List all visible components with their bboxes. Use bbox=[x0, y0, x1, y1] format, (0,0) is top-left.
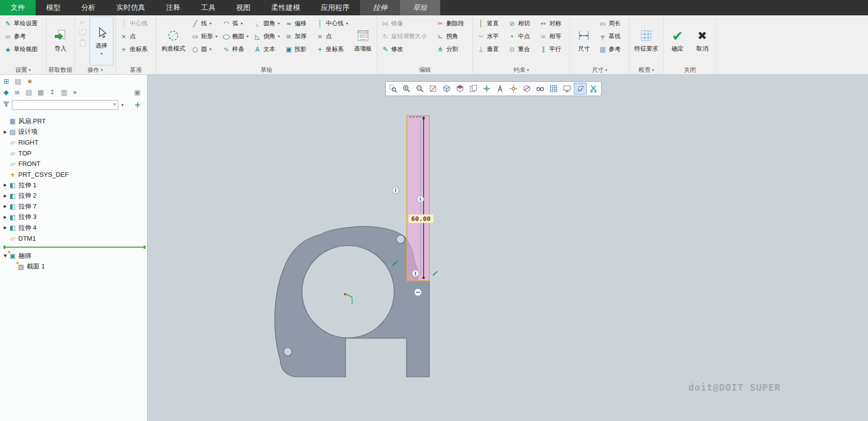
tree-row[interactable]: ▱ RIGHT bbox=[2, 137, 147, 148]
datum-display-button[interactable] bbox=[480, 83, 493, 95]
tree-expander-icon[interactable]: ▶ bbox=[2, 183, 8, 187]
ribbon-button[interactable]: • 中点 ▾ bbox=[506, 30, 536, 43]
feature-requirements-button[interactable]: 特征要求 bbox=[631, 16, 661, 65]
display-filters-button[interactable] bbox=[534, 83, 547, 95]
tree-filters-icon[interactable]: ◆ bbox=[3, 88, 9, 96]
ribbon-button[interactable]: ⋈ 镜像 ▾ bbox=[379, 17, 433, 30]
part-bore[interactable] bbox=[302, 246, 394, 338]
ribbon-button[interactable]: ◈ 草绘视图 ▾ bbox=[2, 43, 44, 55]
tree-row[interactable]: ▶ ◧ 拉伸 2 bbox=[2, 191, 147, 202]
group-label-settings[interactable]: 设置▾ bbox=[2, 65, 44, 74]
view-list-button[interactable] bbox=[467, 83, 480, 95]
ribbon-button[interactable]: ≡ 加厚 ▾ bbox=[283, 30, 313, 43]
constraint-vertical-2[interactable] bbox=[417, 196, 424, 203]
tree-row[interactable]: ▶ ◧ 拉伸 4 bbox=[2, 222, 147, 233]
tree-row[interactable]: ▶ ◧ 拉伸 3 bbox=[2, 212, 147, 223]
ribbon-button[interactable]: ✎ 草绘设置 ▾ bbox=[2, 17, 44, 30]
group-label-dimension[interactable]: 尺寸▾ bbox=[572, 65, 627, 74]
zoom-out-button[interactable] bbox=[413, 83, 426, 95]
ribbon-button[interactable]: ✎ 修改 ▾ bbox=[379, 43, 433, 55]
tree-row[interactable]: ▱ DTM1 bbox=[2, 233, 147, 244]
saved-orientations-button[interactable] bbox=[454, 83, 466, 95]
menu-tab[interactable]: 工具 bbox=[191, 0, 226, 15]
ribbon-button[interactable]: ≈ 偏移 ▾ bbox=[283, 17, 313, 30]
ribbon-button[interactable]: ◟ 圆角 ▾ bbox=[252, 17, 282, 30]
ribbon-button[interactable]: ↔ 对称 ▾ bbox=[537, 17, 567, 30]
ribbon-button[interactable]: ⊙ 重合 ▾ bbox=[506, 43, 536, 55]
ribbon-button[interactable]: ∿ 样条 ▾ bbox=[220, 43, 251, 55]
named-views-button[interactable] bbox=[561, 83, 573, 95]
ribbon-button[interactable]: ⋔ 分割 ▾ bbox=[434, 43, 470, 55]
ribbon-button[interactable]: × 点 ▾ bbox=[118, 30, 154, 43]
ribbon-button[interactable]: ◺ 倒角 ▾ bbox=[252, 30, 282, 43]
spin-center-button[interactable] bbox=[507, 83, 520, 95]
tree-row[interactable]: ▱ FRONT bbox=[2, 158, 147, 169]
menu-tab[interactable]: 应用程序 bbox=[310, 0, 360, 15]
tree-row[interactable]: ▦ 风扇.PRT bbox=[2, 116, 147, 127]
constraint-coincident[interactable] bbox=[414, 289, 422, 296]
ribbon-button[interactable]: ○ 圆 ▾ bbox=[189, 43, 219, 55]
tree-row[interactable]: ▶ ◧ 拉伸 7 bbox=[2, 201, 147, 212]
group-label-close[interactable]: 关闭 bbox=[665, 65, 714, 74]
ribbon-button[interactable]: ▭ 矩形 ▾ bbox=[189, 30, 219, 43]
menu-tab[interactable]: 实时仿真 bbox=[106, 0, 155, 15]
tree-row[interactable]: ▶ ◧ 拉伸 1 bbox=[2, 180, 147, 191]
paste-button[interactable] bbox=[79, 39, 87, 48]
constraint-tangent-2[interactable] bbox=[433, 271, 437, 276]
select-button[interactable]: 选择 ▾ bbox=[90, 16, 113, 65]
ribbon-button[interactable]: ─ 水平 ▾ bbox=[475, 30, 505, 43]
ribbon-button[interactable]: │ 竖直 ▾ bbox=[475, 17, 505, 30]
ribbon-button[interactable]: ∥ 平行 ▾ bbox=[537, 43, 567, 55]
construction-mode-button[interactable]: 构造模式 bbox=[158, 16, 188, 65]
clear-filter-icon[interactable]: × bbox=[112, 101, 117, 108]
menu-tab[interactable]: 模型 bbox=[36, 0, 71, 15]
ribbon-button[interactable]: ▭ 周长 ▾ bbox=[597, 17, 627, 30]
sketch-orientation-button[interactable] bbox=[574, 83, 587, 95]
ribbon-button[interactable]: ◠ 弧 ▾ bbox=[220, 17, 251, 30]
menu-tab[interactable]: 柔性建模 bbox=[261, 0, 310, 15]
ribbon-button[interactable]: ↻ 旋转调整大小 ▾ bbox=[379, 30, 433, 43]
ribbon-button[interactable]: A 文本 ▾ bbox=[252, 43, 282, 55]
cancel-button[interactable]: ✖ 取消 bbox=[690, 16, 714, 65]
zoom-in-button[interactable] bbox=[400, 83, 413, 95]
ribbon-button[interactable]: + 坐标系 ▾ bbox=[118, 43, 154, 55]
ribbon-button[interactable]: ▣ 投影 ▾ bbox=[283, 43, 313, 55]
dimension-value[interactable]: 60.00 bbox=[408, 214, 433, 223]
import-button[interactable]: 导入 bbox=[49, 16, 72, 65]
ribbon-button[interactable]: ⊘ 相切 ▾ bbox=[506, 17, 536, 30]
ribbon-button[interactable]: × 点 ▾ bbox=[314, 30, 350, 43]
ribbon-button[interactable]: ⊥ 垂直 ▾ bbox=[475, 43, 505, 55]
tree-row[interactable]: ▱ TOP bbox=[2, 148, 147, 159]
mounting-hole-bottom[interactable] bbox=[284, 348, 292, 356]
group-label-inspect[interactable]: 检查▾ bbox=[631, 65, 661, 74]
grid-view-icon[interactable]: ▦ bbox=[37, 88, 45, 96]
tree-row[interactable]: ▶ ▤ 设计项 bbox=[2, 127, 147, 138]
file-menu-button[interactable]: 文件 bbox=[0, 0, 36, 15]
ribbon-button[interactable]: ┆ 中心线 ▾ bbox=[118, 17, 154, 30]
list-view-icon[interactable]: ≡ bbox=[14, 88, 21, 96]
tree-expander-icon[interactable]: ▶ bbox=[2, 215, 8, 219]
group-label-datum[interactable]: 基准 bbox=[118, 65, 154, 74]
sort-icon[interactable]: ↕ bbox=[49, 88, 56, 96]
constraint-vertical-1[interactable] bbox=[392, 187, 399, 194]
ribbon-button[interactable]: ✂ 删除段 ▾ bbox=[434, 17, 470, 30]
layer-tree-icon[interactable]: ▤ bbox=[14, 77, 22, 85]
overflow-icon[interactable]: » bbox=[72, 88, 78, 96]
constraint-vertical-3[interactable] bbox=[412, 270, 419, 277]
cut-button[interactable]: ✂ bbox=[80, 18, 86, 27]
panel-settings-icon[interactable]: ▣ bbox=[134, 88, 141, 96]
menu-tab[interactable]: 分析 bbox=[71, 0, 106, 15]
ribbon-button[interactable]: ▱ 参考 ▾ bbox=[2, 30, 44, 43]
ribbon-button[interactable]: ┆ 中心线 ▾ bbox=[314, 17, 350, 30]
zoom-region-button[interactable] bbox=[387, 83, 400, 95]
tree-filter-input[interactable] bbox=[12, 100, 118, 110]
ribbon-button[interactable]: ╱ 线 ▾ bbox=[189, 17, 219, 30]
menu-tab[interactable]: 注释 bbox=[155, 0, 191, 15]
tree-row[interactable]: ∗ ▨ 截面 1 bbox=[2, 262, 147, 272]
palette-button[interactable]: 选项板 bbox=[351, 16, 375, 65]
ribbon-button[interactable]: ○ 椭圆 ▾ bbox=[220, 30, 251, 43]
group-label-operations[interactable]: 操作▾ bbox=[77, 65, 113, 74]
trim-tool-button[interactable] bbox=[587, 83, 600, 95]
columns-icon[interactable]: ▥ bbox=[60, 88, 68, 96]
ribbon-button[interactable]: = 相等 ▾ bbox=[537, 30, 567, 43]
